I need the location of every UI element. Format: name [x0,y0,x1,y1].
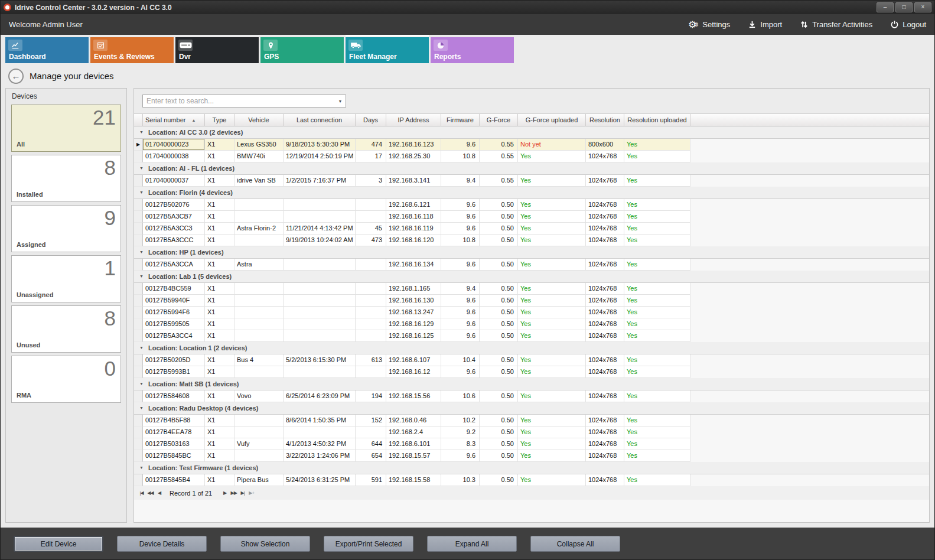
collapse-group-icon[interactable]: ▼ [139,190,144,194]
prev-page-icon[interactable]: ◀◀ [146,490,155,496]
tab-dashboard[interactable]: Dashboard [5,37,89,63]
cell-last-connection [284,330,356,342]
device-row[interactable]: 00127B5A3CC4X1192.168.16.1259.60.50Yes10… [134,330,929,342]
collapse-group-icon[interactable]: ▼ [139,465,144,470]
cell-resolution-uploaded: Yes [624,390,690,402]
device-count: 9 [105,206,116,230]
cell-type: X1 [205,175,234,187]
column-header-firmware[interactable]: Firmware [441,114,480,126]
device-row[interactable]: 00127B4EEA78X1192.168.2.49.20.50Yes1024x… [134,426,929,438]
show-selection-button[interactable]: Show Selection [220,536,310,552]
next-page-icon[interactable]: ▶▶ [229,490,238,496]
group-row-location-matt-sb-1-devices[interactable]: ▼Location: Matt SB (1 devices) [134,378,929,390]
append-record-icon[interactable]: ▶+ [247,490,256,496]
collapse-all-button[interactable]: Collapse All [530,536,620,552]
action-import[interactable]: Import [748,20,782,29]
column-header-last-connection[interactable]: Last connection [284,114,356,126]
collapse-group-icon[interactable]: ▼ [139,382,144,386]
cell-resolution-uploaded: Yes [624,259,690,271]
device-row[interactable]: 00127B59940FX1192.168.16.1309.60.50Yes10… [134,295,929,307]
column-header-vehicle[interactable]: Vehicle [234,114,284,126]
row-indicator [134,175,143,187]
device-row[interactable]: 00127B503163X1Vufy4/1/2013 4:50:32 PM644… [134,438,929,450]
tab-fleet-manager[interactable]: Fleet Manager [346,37,429,63]
device-row[interactable]: 00127B5A3CCAX1Astra192.168.16.1349.60.50… [134,259,929,271]
action-settings[interactable]: ⚙⚙Settings [688,20,730,29]
tab-dvr[interactable]: Dvr [175,37,259,63]
group-row-location-lab-1-5-devices[interactable]: ▼Location: Lab 1 (5 devices) [134,271,929,283]
device-details-button[interactable]: Device Details [117,536,207,552]
device-row[interactable]: 00127B5845B4X1Pipera Bus5/24/2013 6:31:2… [134,474,929,486]
group-row-location-test-firmware-1-devices[interactable]: ▼Location: Test Firmware (1 devices) [134,462,929,474]
device-row[interactable]: 00127B4B5F88X18/6/2014 1:50:35 PM152192.… [134,415,929,426]
device-row[interactable]: 00127B599505X1192.168.16.1299.60.50Yes10… [134,318,929,330]
device-filter-rma[interactable]: 0RMA [11,356,121,403]
column-header-g-force-uploaded[interactable]: G-Force uploaded [518,114,586,126]
minimize-button[interactable]: – [877,2,894,12]
column-header-g-force[interactable]: G-Force [480,114,518,126]
group-row-location-hp-1-devices[interactable]: ▼Location: HP (1 devices) [134,246,929,259]
device-row[interactable]: 00127B584608X1Vovo6/25/2014 6:23:09 PM19… [134,390,929,402]
column-header-serial-number[interactable]: Serial number▲ [143,114,205,126]
expand-all-button[interactable]: Expand All [427,536,517,552]
group-row-location-location-1-2-devices[interactable]: ▼Location: Location 1 (2 devices) [134,342,929,354]
group-row-location-al-fl-1-devices[interactable]: ▼Location: Al - FL (1 devices) [134,162,929,175]
collapse-group-icon[interactable]: ▼ [139,130,144,134]
group-row-location-al-cc-3-0-2-devices[interactable]: ▼Location: Al CC 3.0 (2 devices) [134,126,929,139]
column-header-days[interactable]: Days [356,114,386,126]
tab-gps[interactable]: GPS [260,37,344,63]
tab-reports[interactable]: Reports [431,37,514,63]
device-row[interactable]: 00127B502076X1192.168.6.1219.60.50Yes102… [134,199,929,211]
column-header-ip-address[interactable]: IP Address [386,114,441,126]
device-filter-installed[interactable]: 8Installed [11,155,121,202]
device-row[interactable]: 00127B50205DX1Bus 45/2/2013 6:15:30 PM61… [134,354,929,366]
cell-resolution-uploaded: Yes [624,354,690,366]
close-button[interactable]: × [914,2,931,12]
device-filter-all[interactable]: 21All [11,105,121,152]
device-row[interactable]: 00127B4BC559X1192.168.1.1659.40.50Yes102… [134,283,929,295]
collapse-group-icon[interactable]: ▼ [139,274,144,278]
back-button[interactable]: ← [8,69,24,84]
content-area: Devices 21All8Installed9Assigned1Unassig… [1,87,934,528]
column-header-resolution[interactable]: Resolution [586,114,624,126]
search-input[interactable] [143,97,335,105]
action-logout[interactable]: Logout [890,20,926,29]
cell-last-connection: 3/22/2013 1:24:06 PM [284,450,356,462]
device-row[interactable]: 00127B5845BCX13/22/2013 1:24:06 PM654192… [134,450,929,462]
cell-days: 654 [356,450,386,462]
cell-ip-address: 192.168.16.130 [386,295,441,307]
device-row[interactable]: 00127B5A3CC3X1Astra Florin-211/21/2014 4… [134,223,929,235]
device-filter-unused[interactable]: 8Unused [11,305,121,353]
group-label: Location: Lab 1 (5 devices) [148,273,232,280]
combo-dropdown-icon[interactable]: ▼ [335,95,346,107]
group-row-location-radu-desktop-4-devices[interactable]: ▼Location: Radu Desktop (4 devices) [134,402,929,415]
action-transfer-activities[interactable]: Transfer Activities [800,20,872,29]
tab-events-reviews[interactable]: Events & Reviews [90,37,174,63]
device-row[interactable]: 00127B5A3CB7X1192.168.16.1189.60.50Yes10… [134,211,929,223]
last-record-icon[interactable]: ▶| [238,490,247,496]
column-header-resolution-uploaded[interactable]: Resolution uploaded [624,114,690,126]
device-row[interactable]: 017040000038X1BMW740i12/19/2014 2:50:19 … [134,151,929,162]
cell-days: 194 [356,390,386,402]
column-header-type[interactable]: Type [205,114,234,126]
device-row[interactable]: 00127B5993B1X1192.168.16.129.60.50Yes102… [134,366,929,378]
next-record-icon[interactable]: ▶ [220,490,229,496]
group-row-location-florin-4-devices[interactable]: ▼Location: Florin (4 devices) [134,187,929,199]
device-filter-assigned[interactable]: 9Assigned [11,205,121,252]
grid-body: ▼Location: Al CC 3.0 (2 devices)▶0170400… [134,126,929,486]
first-record-icon[interactable]: |◀ [137,490,146,496]
collapse-group-icon[interactable]: ▼ [139,250,144,254]
collapse-group-icon[interactable]: ▼ [139,346,144,350]
device-row[interactable]: 00127B5994F6X1192.168.13.2479.60.50Yes10… [134,307,929,318]
collapse-group-icon[interactable]: ▼ [139,166,144,170]
export-print-selected-button[interactable]: Export/Print Selected [324,536,413,552]
record-count-text: Record 1 of 21 [170,490,212,497]
prev-record-icon[interactable]: ◀ [155,490,164,496]
device-row[interactable]: 017040000037X1idrive Van SB1/2/2015 7:16… [134,175,929,187]
device-row[interactable]: 00127B5A3CCCX19/19/2013 10:24:02 AM47319… [134,235,929,246]
edit-device-button[interactable]: Edit Device [14,536,103,552]
device-row[interactable]: ▶017040000023X1Lexus GS3509/18/2013 5:30… [134,139,929,151]
device-filter-unassigned[interactable]: 1Unassigned [11,255,121,302]
maximize-button[interactable]: □ [895,2,913,12]
collapse-group-icon[interactable]: ▼ [139,406,144,410]
